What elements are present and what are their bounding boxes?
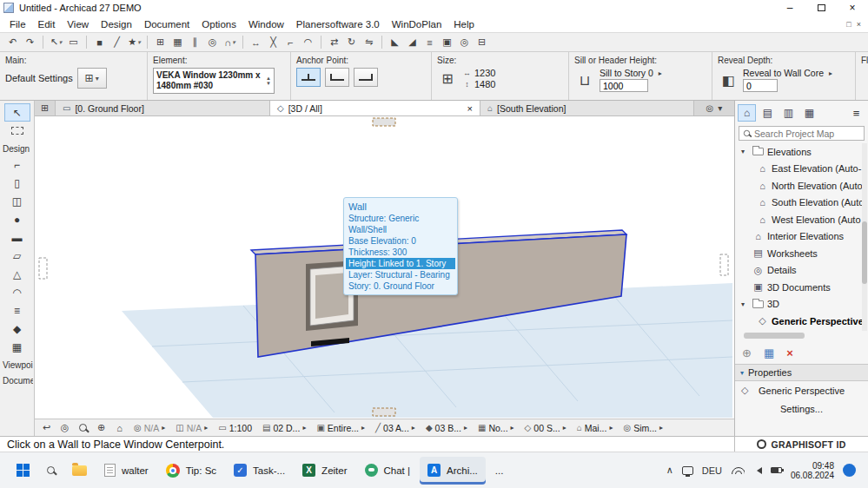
keyboard-language[interactable]: DEU <box>702 465 722 476</box>
guide-lines-icon[interactable]: ∥ <box>187 35 203 50</box>
tab-list-chevron-icon[interactable]: ▾ <box>718 103 722 113</box>
tree-item-worksheets[interactable]: ▤Worksheets <box>735 245 868 262</box>
search-input[interactable] <box>754 129 860 139</box>
sill-mode-arrow-icon[interactable]: ▸ <box>659 69 662 77</box>
pen-color-icon[interactable]: ■ <box>91 35 108 50</box>
tray-expand-icon[interactable]: ∧ <box>666 465 673 476</box>
tab-overview-icon[interactable]: ◎ <box>706 103 714 113</box>
object-tool[interactable]: ◆ <box>4 320 30 338</box>
chevron-down-icon[interactable]: ▾ <box>741 300 749 308</box>
taskbar-app-notepad[interactable]: walter <box>96 457 156 485</box>
taskbar-search-button[interactable] <box>39 457 63 485</box>
minimize-button[interactable]: – <box>774 0 805 16</box>
properties-view-row[interactable]: ◇ Generic Perspective <box>735 381 868 399</box>
popup-navigator-icon[interactable]: ⊞ <box>35 101 56 115</box>
settings-dialog-button[interactable]: ⊞▾ <box>77 68 107 89</box>
quick-option-dimensions[interactable]: ◫N/A▸ <box>171 423 212 433</box>
elevation-marker-bottom[interactable] <box>373 408 395 416</box>
element-stepper[interactable]: ▲▼ <box>266 76 271 86</box>
graphisoft-id-panel[interactable]: GRAPHISOFT ID <box>734 437 868 452</box>
close-button[interactable]: × <box>837 0 868 16</box>
tree-item-east-elevation[interactable]: ⌂East Elevation (Auto- <box>735 161 868 178</box>
menu-edit[interactable]: Edit <box>32 17 62 31</box>
monitor-icon[interactable] <box>682 466 693 475</box>
volume-icon[interactable] <box>753 467 762 474</box>
taskbar-app-archicad[interactable]: AArchi... <box>420 457 486 485</box>
properties-settings-row[interactable]: Settings... <box>735 399 868 418</box>
fit-view-icon[interactable]: ⊕ <box>93 420 109 435</box>
reveal-value-input[interactable] <box>743 79 778 92</box>
taskbar-app-tasks[interactable]: ✓Task-... <box>226 457 293 485</box>
rotate-icon[interactable]: ↻ <box>343 35 360 50</box>
quick-option-model-view[interactable]: ◆03 B...▸ <box>421 423 472 433</box>
tree-item-south-elevation[interactable]: ⌂South Elevation (Auto <box>735 195 868 212</box>
tree-item-3d-documents[interactable]: ▣3D Documents <box>735 279 868 296</box>
snap-points-icon[interactable]: ◎ <box>204 35 221 50</box>
marquee-icon[interactable]: ▭ <box>65 35 82 50</box>
tab-close-icon[interactable]: × <box>461 103 473 114</box>
clone-folder-icon[interactable]: ▦ <box>764 346 774 359</box>
pen-weight-icon[interactable]: ╱ <box>109 35 125 50</box>
magnet-icon[interactable]: ∩▾ <box>222 35 238 50</box>
view-map-icon[interactable]: ▤ <box>759 104 777 122</box>
quick-option-pen-set[interactable]: ╱03 A...▸ <box>371 423 420 433</box>
element-name-box[interactable]: VEKA Window 1230mm x 1480mm #030 ▲▼ <box>153 68 275 94</box>
tree-item-elevations[interactable]: ▾Elevations <box>735 143 868 161</box>
quick-option-simulation[interactable]: ◎Sim...▸ <box>619 423 667 433</box>
menu-planersoftware[interactable]: Planersoftware 3.0 <box>290 17 386 31</box>
start-button[interactable] <box>9 457 37 485</box>
sill-value-input[interactable] <box>600 79 648 92</box>
mesh-tool[interactable]: ▦ <box>4 338 30 356</box>
notification-badge-icon[interactable] <box>843 464 856 477</box>
document-close-icon[interactable]: × <box>857 20 861 29</box>
default-settings-label[interactable]: Default Settings <box>5 73 73 83</box>
menu-file[interactable]: File <box>3 17 32 31</box>
zoom-icon[interactable] <box>75 420 91 435</box>
camera-icon[interactable]: ◎ <box>456 35 473 50</box>
taskbar-app-chrome[interactable]: Tip: Sc <box>158 457 224 485</box>
more-tools-icon[interactable]: ⊟ <box>474 35 490 50</box>
tab-ground-floor[interactable]: ▭ [0. Ground Floor] <box>56 101 270 115</box>
quick-option-renovation-filter[interactable]: ◇00 S...▸ <box>520 423 571 433</box>
menu-help[interactable]: Help <box>447 17 480 31</box>
tree-item-3d[interactable]: ▾3D <box>735 296 868 313</box>
chevron-down-icon[interactable]: ▾ <box>741 148 749 155</box>
slab-tool[interactable]: ▱ <box>4 247 30 265</box>
anchor-left-button[interactable] <box>325 68 349 87</box>
maximize-button[interactable] <box>805 0 837 16</box>
size-width-value[interactable]: 1230 <box>474 68 495 78</box>
reveal-mode-label[interactable]: Reveal to Wall Core <box>743 68 824 78</box>
shell-tool[interactable]: ◠ <box>4 283 30 301</box>
elevation-marker-top[interactable] <box>373 118 395 126</box>
taskbar-app-chat[interactable]: Chat | <box>357 457 418 485</box>
size-height-value[interactable]: 1480 <box>474 79 495 89</box>
anchor-right-button[interactable] <box>354 68 378 87</box>
tree-item-north-elevation[interactable]: ⌂North Elevation (Auto <box>735 177 868 195</box>
reveal-mode-arrow-icon[interactable]: ▸ <box>829 69 832 77</box>
quick-option-structure-display[interactable]: ▣Entire...▸ <box>312 423 369 433</box>
anchor-center-button[interactable] <box>296 68 321 87</box>
delete-viewpoint-icon[interactable]: × <box>786 346 793 359</box>
quick-option-cut-plane[interactable]: ◎N/A▸ <box>129 423 169 433</box>
navigator-search[interactable] <box>739 126 865 141</box>
mirror-icon[interactable]: ⇋ <box>361 35 377 50</box>
column-tool[interactable]: ● <box>4 210 30 228</box>
taskbar-app-excel[interactable]: XZeiter <box>295 457 354 485</box>
adjust-icon[interactable]: ⌐ <box>282 35 299 50</box>
3d-viewport[interactable]: Wall Structure: Generic Wall/Shell Base … <box>35 116 734 419</box>
quick-option-scale[interactable]: ▭1:100 <box>214 423 256 433</box>
markup-flag-icon[interactable]: ◣ <box>387 35 403 50</box>
snap-guides-icon[interactable]: ▦ <box>169 35 186 50</box>
layout-book-icon[interactable]: ▥ <box>779 104 798 122</box>
menu-view[interactable]: View <box>61 17 95 31</box>
tree-horizontal-scrollbar[interactable] <box>740 332 863 340</box>
back-view-icon[interactable]: ↩ <box>38 420 55 435</box>
menu-window[interactable]: Window <box>242 17 290 31</box>
publisher-icon[interactable]: ▦ <box>800 104 818 122</box>
layers-icon[interactable]: ≡ <box>421 35 438 50</box>
fillet-icon[interactable]: ◠ <box>300 35 316 50</box>
home-view-icon[interactable]: ⌂ <box>111 420 128 435</box>
menu-options[interactable]: Options <box>195 17 242 31</box>
tree-scrollbar-thumb[interactable] <box>862 221 867 284</box>
redo-icon[interactable]: ↷ <box>22 35 38 50</box>
